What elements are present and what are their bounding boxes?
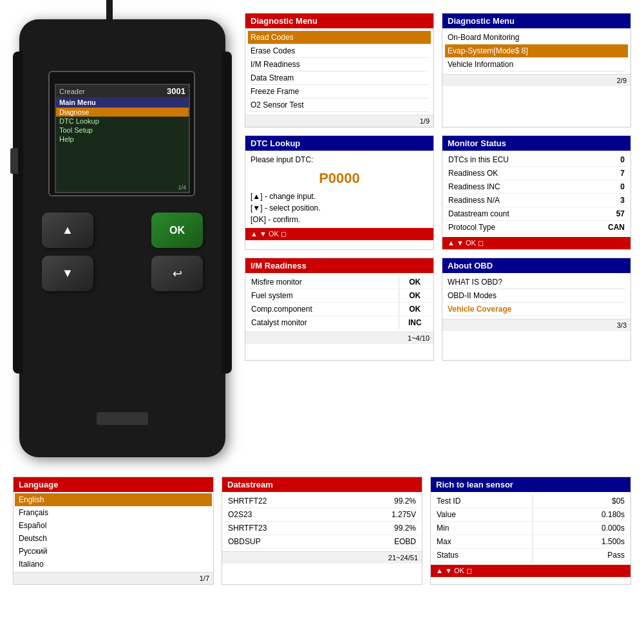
sensor-value-3: 1.500s: [532, 535, 628, 549]
ds-label-0: SHRTFT22: [225, 495, 341, 508]
panel-diag-menu-2: Diagnostic Menu On-Board Monitoring Evap…: [442, 13, 631, 128]
im-row-1: Fuel system OK: [248, 289, 431, 303]
diag-menu-2-item-2[interactable]: Vehicle Information: [448, 58, 625, 71]
monitor-value-0: 0: [581, 153, 628, 167]
panel-datastream-content: SHRTFT22 99.2% O2S23 1.275V SHRTFT23 99.…: [222, 492, 422, 551]
diag-menu-1-item-1[interactable]: Erase Codes: [251, 44, 428, 58]
diag-menu-1-item-0[interactable]: Read Codes: [248, 31, 431, 44]
device-body: Creader 3001 Main Menu Diagnose DTC Look…: [19, 19, 225, 457]
im-table: Misfire monitor OK Fuel system OK Comp.c…: [248, 276, 431, 329]
ds-row-3: OBDSUP EOBD: [225, 535, 419, 549]
panel-im-readiness: I/M Readiness Misfire monitor OK Fuel sy…: [245, 258, 434, 361]
screen-menu-item-dtc[interactable]: DTC Lookup: [56, 117, 189, 126]
button-area: ▲ OK ▼ ↩: [42, 213, 203, 291]
sensor-value-4: Pass: [532, 549, 628, 562]
monitor-value-5: CAN: [581, 221, 628, 234]
panel-datastream-footer: 21~24/51: [222, 551, 422, 564]
diag-menu-1-item-2[interactable]: I/M Readiness: [251, 58, 428, 71]
lang-item-5[interactable]: Italiano: [15, 558, 212, 571]
im-row-0: Misfire monitor OK: [248, 276, 431, 289]
panel-about-footer: 3/3: [442, 319, 630, 331]
monitor-label-2: Readiness INC: [445, 180, 581, 194]
screen-menu-item-help[interactable]: Help: [56, 135, 189, 144]
about-item-1[interactable]: OBD-II Modes: [448, 289, 625, 303]
diag-menu-2-item-1[interactable]: Evap-System[Mode$ 8]: [445, 44, 628, 58]
sensor-row-4: Status Pass: [433, 549, 628, 562]
dtc-prompt: Please input DTC:: [251, 153, 428, 166]
panel-diag-menu-1-header: Diagnostic Menu: [245, 14, 433, 28]
im-label-3: Catalyst monitor: [248, 316, 399, 330]
panel-im-content: Misfire monitor OK Fuel system OK Comp.c…: [245, 273, 433, 332]
sensor-table: Test ID $05 Value 0.180s Min 0.000s Max …: [433, 495, 628, 562]
monitor-label-4: Datastream count: [445, 207, 581, 221]
about-item-0[interactable]: WHAT IS OBD?: [448, 276, 625, 289]
dtc-instruction-2: [OK] - confirm.: [251, 214, 428, 225]
panel-im-header: I/M Readiness: [245, 258, 433, 273]
down-button[interactable]: ▼: [42, 256, 93, 291]
monitor-value-1: 7: [581, 167, 628, 180]
monitor-row-0: DTCs in this ECU 0: [445, 153, 628, 167]
sensor-value-2: 0.000s: [532, 522, 628, 535]
ok-button[interactable]: OK: [151, 213, 203, 248]
monitor-label-1: Readiness OK: [445, 167, 581, 180]
ds-value-0: 99.2%: [341, 495, 419, 508]
panel-monitor-status: Monitor Status DTCs in this ECU 0 Readin…: [442, 135, 631, 250]
panel-dtc-header: DTC Lookup: [245, 136, 433, 151]
panel-rich-lean: Rich to lean sensor Test ID $05 Value 0.…: [430, 477, 631, 585]
device-screen: Creader 3001 Main Menu Diagnose DTC Look…: [55, 84, 190, 193]
screen-menu-item-toolsetup[interactable]: Tool Setup: [56, 126, 189, 135]
dtc-instruction-1: [▼] - select position.: [251, 202, 428, 214]
im-value-0: OK: [399, 276, 431, 289]
panel-diag-menu-1: Diagnostic Menu Read Codes Erase Codes I…: [245, 13, 434, 128]
rich-lean-nav: ▲ ▼ OK ◻: [436, 567, 472, 575]
monitor-table: DTCs in this ECU 0 Readiness OK 7 Readin…: [445, 153, 628, 234]
about-item-2[interactable]: Vehicle Coverage: [448, 303, 625, 316]
screen-menu-title: Main Menu: [56, 97, 189, 108]
diag-menu-1-item-3[interactable]: Data Stream: [251, 71, 428, 85]
panel-language-header: Language: [14, 477, 213, 492]
diag-menu-1-item-5[interactable]: O2 Sensor Test: [251, 99, 428, 112]
sensor-row-0: Test ID $05: [433, 495, 628, 508]
diag-menu-1-item-4[interactable]: Freeze Frame: [251, 85, 428, 99]
monitor-value-3: 3: [581, 194, 628, 207]
monitor-label-5: Protocol Type: [445, 221, 581, 234]
panel-rich-lean-footer: ▲ ▼ OK ◻: [431, 565, 630, 577]
monitor-row-4: Datastream count 57: [445, 207, 628, 221]
device: Creader 3001 Main Menu Diagnose DTC Look…: [19, 19, 238, 470]
ds-row-1: O2S23 1.275V: [225, 508, 419, 522]
screen-page: 1/4: [178, 184, 186, 191]
im-value-3: INC: [399, 316, 431, 330]
panel-diag-menu-1-content: Read Codes Erase Codes I/M Readiness Dat…: [245, 28, 433, 115]
monitor-value-2: 0: [581, 180, 628, 194]
ds-label-1: O2S23: [225, 508, 341, 522]
ds-value-3: EOBD: [341, 535, 419, 549]
dtc-instruction-0: [▲] - change input.: [251, 191, 428, 202]
lang-item-4[interactable]: Русский: [15, 545, 212, 558]
dtc-code[interactable]: P0000: [251, 166, 428, 191]
monitor-label-3: Readiness N/A: [445, 194, 581, 207]
ds-label-3: OBDSUP: [225, 535, 341, 549]
lang-item-2[interactable]: Español: [15, 519, 212, 532]
im-row-2: Comp.component OK: [248, 303, 431, 316]
screen-menu-item-diagnose[interactable]: Diagnose: [56, 108, 189, 117]
back-button[interactable]: ↩: [151, 256, 203, 291]
panel-dtc-lookup: DTC Lookup Please input DTC: P0000 [▲] -…: [245, 135, 434, 250]
lang-item-3[interactable]: Deutsch: [15, 532, 212, 545]
lang-item-1[interactable]: Français: [15, 506, 212, 519]
panel-im-footer: 1~4/10: [245, 332, 433, 344]
im-label-1: Fuel system: [248, 289, 399, 303]
panel-rich-lean-header: Rich to lean sensor: [431, 477, 630, 492]
sensor-label-2: Min: [433, 522, 532, 535]
monitor-value-4: 57: [581, 207, 628, 221]
im-value-2: OK: [399, 303, 431, 316]
lang-item-0[interactable]: English: [15, 493, 212, 506]
diag-menu-2-item-0[interactable]: On-Board Monitoring: [448, 31, 625, 44]
panel-about-obd: About OBD WHAT IS OBD? OBD-II Modes Vehi…: [442, 258, 631, 361]
monitor-row-5: Protocol Type CAN: [445, 221, 628, 234]
panel-monitor-header: Monitor Status: [442, 136, 630, 151]
up-button[interactable]: ▲: [42, 213, 93, 248]
im-label-2: Comp.component: [248, 303, 399, 316]
im-row-3: Catalyst monitor INC: [248, 316, 431, 330]
panel-rich-lean-content: Test ID $05 Value 0.180s Min 0.000s Max …: [431, 492, 630, 565]
panel-diag-menu-2-content: On-Board Monitoring Evap-System[Mode$ 8]…: [442, 28, 630, 74]
